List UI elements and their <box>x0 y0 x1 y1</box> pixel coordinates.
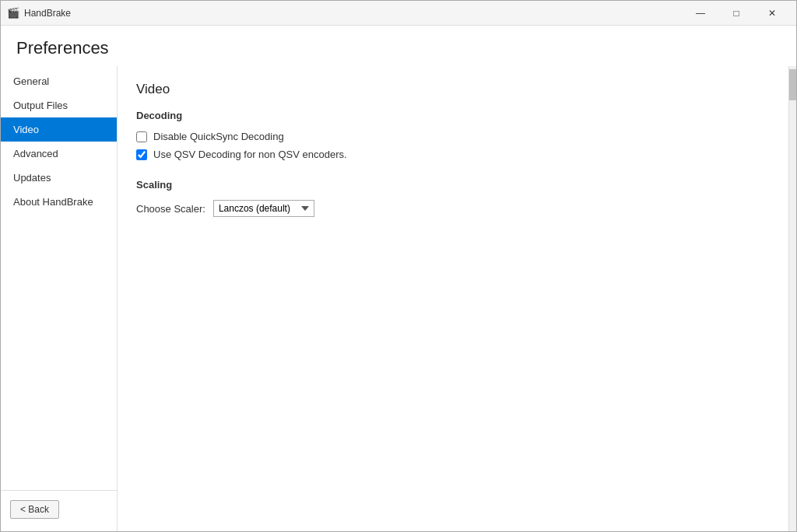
app-content: Preferences General Output Files Video A… <box>1 26 796 531</box>
disable-quicksync-checkbox[interactable] <box>136 131 147 142</box>
scaling-label: Scaling <box>136 179 770 191</box>
use-qsv-checkbox[interactable] <box>136 149 147 160</box>
use-qsv-label: Use QSV Decoding for non QSV encoders. <box>153 149 347 160</box>
sidebar-bottom: < Back <box>1 490 117 528</box>
sidebar-item-about[interactable]: About HandBrake <box>1 190 117 214</box>
page-title: Preferences <box>1 26 796 66</box>
scrollbar-track[interactable] <box>788 66 796 531</box>
sidebar-item-general[interactable]: General <box>1 69 117 93</box>
scaler-label: Choose Scaler: <box>136 203 205 215</box>
scaler-select[interactable]: Lanczos (default) Bicubic Bilinear <box>213 200 314 217</box>
sidebar: General Output Files Video Advanced Upda… <box>1 66 118 531</box>
maximize-button[interactable]: □ <box>718 1 754 26</box>
app-window: 🎬 HandBrake — □ ✕ Preferences General Ou… <box>0 0 797 532</box>
decoding-section: Decoding Disable QuickSync Decoding Use … <box>136 110 770 160</box>
main-panel: Video Decoding Disable QuickSync Decodin… <box>118 66 788 531</box>
scrollbar-thumb[interactable] <box>789 69 796 100</box>
sidebar-item-updates[interactable]: Updates <box>1 166 117 190</box>
close-button[interactable]: ✕ <box>754 1 790 26</box>
sidebar-item-advanced[interactable]: Advanced <box>1 142 117 166</box>
title-bar: 🎬 HandBrake — □ ✕ <box>1 1 796 26</box>
scaler-row: Choose Scaler: Lanczos (default) Bicubic… <box>136 200 770 217</box>
minimize-button[interactable]: — <box>683 1 718 26</box>
use-qsv-row: Use QSV Decoding for non QSV encoders. <box>136 149 770 160</box>
app-icon: 🎬 <box>7 7 19 19</box>
sidebar-item-video[interactable]: Video <box>1 117 117 142</box>
sidebar-item-output-files[interactable]: Output Files <box>1 93 117 117</box>
main-area: General Output Files Video Advanced Upda… <box>1 66 796 531</box>
decoding-label: Decoding <box>136 110 770 121</box>
back-button[interactable]: < Back <box>10 500 59 519</box>
window-controls: — □ ✕ <box>683 1 790 26</box>
disable-quicksync-label: Disable QuickSync Decoding <box>153 131 284 142</box>
scaling-section: Scaling Choose Scaler: Lanczos (default)… <box>136 179 770 217</box>
disable-quicksync-row: Disable QuickSync Decoding <box>136 131 770 142</box>
title-bar-text: HandBrake <box>24 8 683 19</box>
video-section-title: Video <box>136 82 770 97</box>
